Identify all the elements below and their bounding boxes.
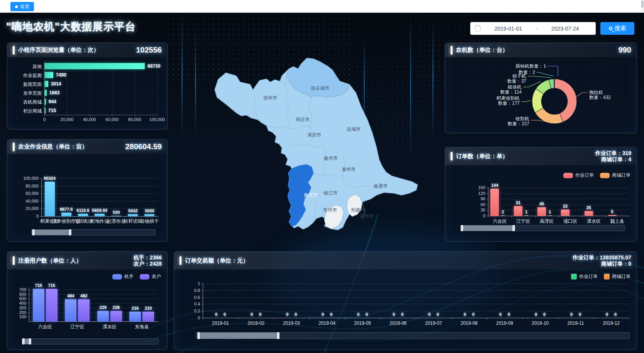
chart-legend: 作业订单商城订单 — [571, 273, 630, 280]
bar-value-label: 715 — [35, 283, 42, 288]
panel-total: 990 — [619, 46, 631, 55]
bar — [61, 213, 71, 216]
data-zoom-slider[interactable] — [23, 338, 159, 344]
bar-value-label: 0 — [579, 312, 581, 317]
legend-item-作业订单[interactable]: 作业订单 — [571, 273, 598, 280]
data-zoom-range[interactable] — [198, 333, 279, 339]
x-category-label: 2019-03 — [283, 321, 300, 326]
bar-value-label: 51 — [516, 200, 520, 205]
donut-leader-line — [576, 92, 588, 97]
data-zoom-range[interactable] — [23, 339, 30, 344]
gridline — [203, 304, 629, 304]
bar-value-label: 210 — [145, 306, 152, 310]
scrollbar[interactable] — [641, 0, 644, 13]
legend-swatch — [563, 173, 573, 178]
bar-value-label: 0 — [366, 312, 368, 317]
axis-tick — [274, 318, 274, 319]
bar-value-label: 5042 — [128, 208, 137, 213]
data-zoom-slider[interactable] — [31, 229, 156, 235]
axis-tick — [451, 318, 452, 319]
x-category-label: 耙地作业 — [90, 218, 109, 225]
bar-value-label: 5 — [611, 209, 613, 214]
bar-category-label: 农机商城 — [12, 99, 42, 106]
axis-tick — [309, 318, 310, 319]
bar-value-label: 0 — [543, 312, 546, 317]
data-zoom-handle-right[interactable] — [29, 338, 31, 344]
bar — [45, 63, 145, 69]
data-zoom-handle-left[interactable] — [197, 332, 200, 339]
data-zoom-handle-right[interactable] — [512, 225, 515, 231]
legend-item-机手[interactable]: 机手 — [112, 273, 134, 280]
panel-farm-work: 农业作业信息（单位：亩） 280604.59 100,00080,00060,0… — [7, 139, 168, 242]
bar-value-label: 1663 — [49, 90, 60, 95]
y-axis-line — [488, 188, 488, 216]
date-end[interactable]: 2023-07-24 — [539, 26, 591, 32]
scrollbar-thumb[interactable] — [641, 1, 644, 8]
bar-value-label: 0 — [508, 312, 510, 317]
bar-value-label: 1 — [549, 210, 551, 214]
gridline — [41, 193, 158, 194]
bar-value-label: 0 — [606, 312, 608, 317]
tab-home[interactable]: 首页 — [10, 2, 34, 11]
data-zoom-slider[interactable] — [196, 332, 630, 339]
registered-users-chart: 7006005004003002001007154842292167154822… — [12, 267, 163, 346]
bar-value-label: 0 — [215, 312, 217, 317]
x-tick-label: 60,000 — [105, 117, 119, 122]
bar-value-label: 5000 — [145, 208, 154, 213]
x-category-label: 2019-10 — [532, 321, 549, 326]
axis-tick — [44, 115, 45, 116]
date-start[interactable]: 2019-01-01 — [482, 26, 534, 32]
bar — [45, 90, 47, 96]
y-tick-label: 120 — [450, 191, 485, 196]
x-category-label: 东海县 — [135, 324, 149, 330]
gridline — [488, 210, 629, 210]
bar-value-label: 45 — [539, 201, 544, 206]
bar-value-label: 0 — [322, 312, 324, 317]
gridline — [488, 205, 629, 205]
axis-tick — [203, 318, 203, 319]
bar — [111, 216, 121, 217]
decor-streak — [432, 20, 434, 136]
data-zoom-slider[interactable] — [461, 225, 625, 231]
data-zoom-range[interactable] — [33, 230, 70, 235]
map-city-label-徐州市: 徐州市 — [263, 95, 277, 101]
donut-leader-line — [528, 76, 551, 78]
data-zoom-handle-left[interactable] — [32, 229, 35, 235]
panel-title: 订单数（单位：单） — [456, 153, 508, 160]
legend-label: 商城订单 — [612, 172, 630, 179]
y-axis-line — [41, 178, 42, 216]
bar — [33, 289, 44, 321]
search-button[interactable]: 搜索 — [600, 22, 634, 35]
axis-tick — [380, 318, 381, 319]
legend-item-农户[interactable]: 农户 — [140, 273, 161, 280]
y-axis-line — [29, 287, 29, 321]
legend-label: 作业订单 — [575, 172, 594, 179]
x-category-label: 六合区 — [38, 324, 52, 330]
bar — [45, 107, 46, 114]
data-zoom-range[interactable] — [462, 225, 514, 231]
y-tick-label: 60,000 — [12, 191, 39, 196]
map-city-label-常州市: 常州市 — [323, 207, 337, 213]
data-zoom-handle-right[interactable] — [69, 229, 71, 235]
donut-label: 数量：114 — [500, 89, 522, 95]
gridline — [488, 193, 629, 194]
axis-tick — [158, 321, 158, 323]
legend-item-商城订单[interactable]: 商城订单 — [604, 273, 630, 280]
data-zoom-handle-right[interactable] — [277, 332, 280, 339]
axis-tick — [582, 216, 582, 217]
gridline — [67, 61, 67, 115]
bar-value-label: 0 — [251, 312, 253, 317]
bar — [501, 215, 505, 216]
tab-dot-icon — [15, 5, 18, 8]
data-zoom-handle-left[interactable] — [22, 338, 25, 344]
axis-tick — [488, 216, 488, 217]
stat-line: 机手：2366 — [134, 254, 162, 261]
legend-item-商城订单[interactable]: 商城订单 — [600, 172, 630, 179]
x-category-label: 高淳区 — [540, 218, 554, 225]
data-zoom-handle-left[interactable] — [461, 225, 463, 231]
legend-item-作业订单[interactable]: 作业订单 — [563, 172, 594, 179]
map-city-label-连云港市: 连云港市 — [311, 85, 329, 91]
bar-value-label: 90324 — [44, 176, 56, 181]
legend-label: 作业订单 — [579, 273, 598, 280]
date-range-picker[interactable]: 2019-01-01 - 2023-07-24 — [470, 22, 596, 35]
